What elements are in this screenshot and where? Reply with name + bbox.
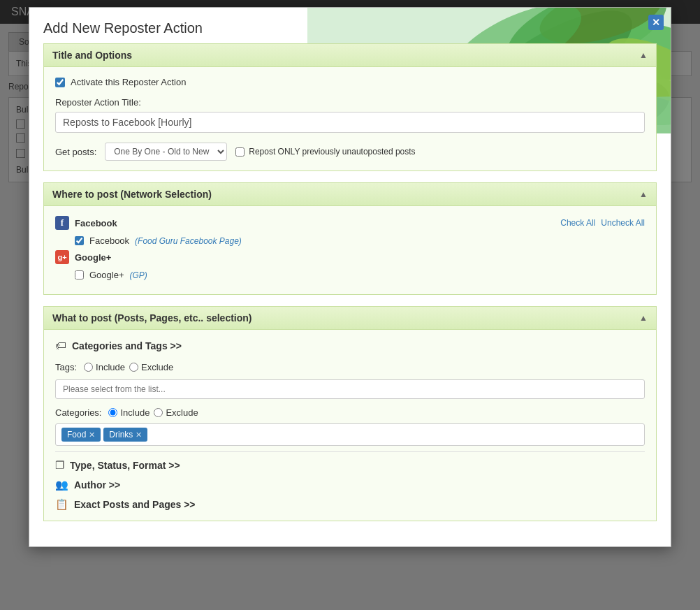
title-options-collapse[interactable]: ▲ [639,50,648,60]
person-icon: 👥 [55,479,68,491]
facebook-sub-detail: (Food Guru Facebook Page) [135,236,242,246]
facebook-sub-row: Facebook (Food Guru Facebook Page) [75,235,645,246]
tags-exclude-option: Exclude [129,362,173,372]
network-selection-body: f Facebook Check All Uncheck All Faceboo… [44,206,656,294]
tags-include-label: Include [96,362,125,372]
copy-icon: ❐ [55,459,64,472]
title-options-header: Title and Options ▲ [44,44,656,67]
exact-posts-row[interactable]: 📋 Exact Posts and Pages >> [55,498,645,511]
categories-include-option: Include [108,407,150,418]
food-tag-label: Food [67,430,86,440]
what-to-post-collapse[interactable]: ▲ [639,313,648,323]
what-to-post-header: What to post (Posts, Pages, etc.. select… [44,307,656,330]
repost-only-label: Repost ONLY previously unautoposted post… [249,147,415,157]
google-left: g+ Google+ [55,250,111,264]
drinks-tag-remove[interactable]: ✕ [136,430,142,440]
modal-overlay: Add New Reposter Action ✕ Title and Opti… [0,0,700,610]
google-plus-name: Google+ [75,252,111,263]
get-posts-select[interactable]: One By One - Old to New One By One - New… [105,143,227,161]
google-sub-row: Google+ (GP) [75,270,645,280]
get-posts-row: Get posts: One By One - Old to New One B… [55,143,645,161]
reposter-action-title-label: Reposter Action Title: [55,97,645,108]
modal-dialog: Add New Reposter Action ✕ Title and Opti… [29,7,671,547]
drinks-tag-label: Drinks [109,430,133,440]
reposter-action-title-input[interactable] [55,112,645,133]
facebook-name: Facebook [75,218,117,228]
tags-label: Tags: [55,362,77,372]
author-row[interactable]: 👥 Author >> [55,479,645,491]
categories-label: Categories: [55,407,101,418]
facebook-sub-checkbox[interactable] [75,236,84,245]
categories-include-radio[interactable] [108,408,117,417]
tags-exclude-label: Exclude [141,362,173,372]
title-options-section: Title and Options ▲ Activate this Repost… [43,43,657,171]
google-network-row: g+ Google+ [55,250,645,264]
check-links: Check All Uncheck All [560,218,645,228]
facebook-icon: f [55,216,69,230]
repost-only-row: Repost ONLY previously unautoposted post… [235,147,415,157]
author-title: Author >> [74,479,120,491]
what-to-post-section: What to post (Posts, Pages, etc.. select… [43,306,657,521]
activate-row: Activate this Reposter Action [55,77,645,87]
categories-row: Categories: Include Exclude [55,407,645,418]
categories-tags-title: Categories and Tags >> [72,340,182,351]
tags-row: Tags: Include Exclude [55,362,645,372]
google-plus-icon: g+ [55,250,69,264]
title-options-title: Title and Options [52,50,132,61]
activate-label: Activate this Reposter Action [71,77,186,87]
google-sub-name: Google+ [89,270,124,280]
drinks-tag: Drinks ✕ [103,428,147,442]
tags-include-option: Include [84,362,125,372]
close-button[interactable]: ✕ [648,15,664,30]
tags-radio-group: Include Exclude [84,362,173,372]
categories-include-label: Include [120,407,150,418]
categories-radio-group: Include Exclude [108,407,198,418]
google-sub-checkbox[interactable] [75,270,84,279]
exact-posts-title: Exact Posts and Pages >> [74,499,196,510]
activate-checkbox[interactable] [55,78,65,87]
google-section: g+ Google+ Google+ (GP) [55,250,645,280]
categories-exclude-option: Exclude [154,407,198,418]
network-selection-header: Where to post (Network Selection) ▲ [44,183,656,206]
facebook-network-row: f Facebook Check All Uncheck All [55,216,645,230]
modal-title-bar: Add New Reposter Action ✕ [29,8,671,43]
food-tag: Food ✕ [61,428,101,442]
uncheck-all-link[interactable]: Uncheck All [601,218,645,228]
categories-tags-container[interactable]: Food ✕ Drinks ✕ [55,423,645,446]
network-selection-section: Where to post (Network Selection) ▲ f Fa… [43,182,657,295]
check-all-link[interactable]: Check All [560,218,595,228]
title-options-body: Activate this Reposter Action Reposter A… [44,67,656,170]
tags-include-radio[interactable] [84,363,93,372]
facebook-sub-name: Facebook [89,235,129,246]
type-status-title: Type, Status, Format >> [70,460,180,471]
type-status-row[interactable]: ❐ Type, Status, Format >> [55,459,645,472]
get-posts-label: Get posts: [55,147,96,157]
tags-input[interactable] [55,379,645,399]
what-to-post-body: 🏷 Categories and Tags >> Tags: Include [44,330,656,521]
modal-title: Add New Reposter Action [43,20,657,36]
google-sub-detail: (GP) [130,270,147,280]
network-selection-collapse[interactable]: ▲ [639,189,648,199]
modal-body: Title and Options ▲ Activate this Repost… [29,43,671,546]
tags-exclude-radio[interactable] [129,363,138,372]
what-to-post-title: What to post (Posts, Pages, etc.. select… [52,312,252,324]
facebook-left: f Facebook [55,216,117,230]
categories-exclude-label: Exclude [166,407,198,418]
network-selection-title: Where to post (Network Selection) [52,189,212,200]
categories-exclude-radio[interactable] [154,408,163,417]
doc-icon: 📋 [55,498,68,511]
food-tag-remove[interactable]: ✕ [89,430,95,440]
categories-tags-header[interactable]: 🏷 Categories and Tags >> [55,340,645,352]
repost-only-checkbox[interactable] [235,147,245,157]
tag-icon: 🏷 [55,340,66,352]
